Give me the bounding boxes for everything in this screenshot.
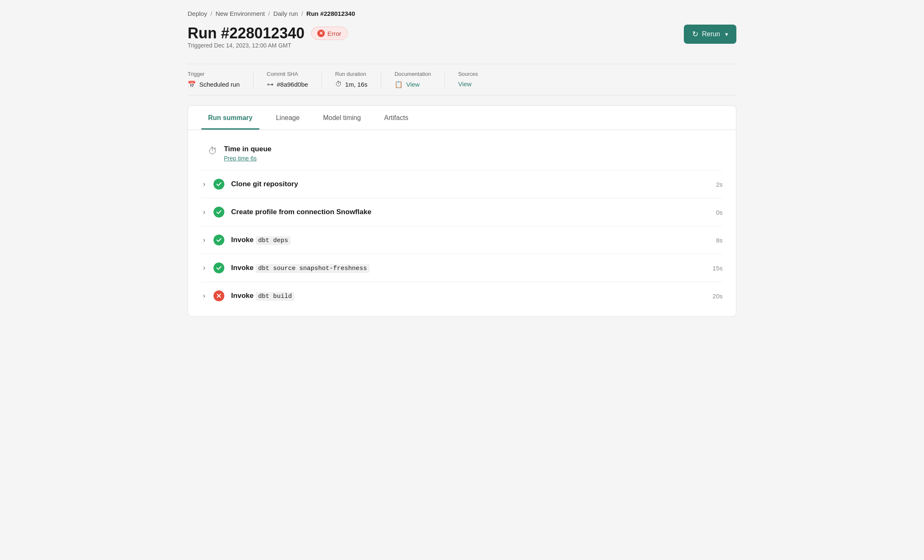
- tabs-bar: Run summary Lineage Model timing Artifac…: [188, 106, 736, 130]
- step-row: › Clone git repository 2s: [201, 170, 723, 198]
- breadcrumb-daily-run[interactable]: Daily run: [273, 10, 298, 17]
- duration-label: Run duration: [335, 71, 367, 77]
- docs-icon: 📋: [394, 80, 403, 88]
- meta-trigger: Trigger 📅 Scheduled run: [188, 71, 254, 88]
- tab-model-timing[interactable]: Model timing: [316, 106, 368, 130]
- step-row: › Invoke dbt source snapshot-freshness 1…: [201, 254, 723, 282]
- step-status-icon-1: [213, 179, 224, 190]
- queue-clock-icon: ⏱: [208, 146, 217, 157]
- step-chevron-3[interactable]: ›: [201, 235, 207, 245]
- meta-sources: Sources View: [458, 71, 492, 88]
- step-status-icon-5: [213, 290, 224, 301]
- breadcrumb: Deploy / New Environment / Daily run / R…: [188, 10, 736, 17]
- steps-list: › Clone git repository 2s › Create profi…: [201, 170, 723, 310]
- step-chevron-2[interactable]: ›: [201, 207, 207, 218]
- commit-value: #8a96d0be: [277, 81, 308, 88]
- commit-value-row: ⊶ #8a96d0be: [267, 80, 308, 88]
- queue-sub[interactable]: Prep time 6s: [224, 155, 271, 162]
- step-chevron-5[interactable]: ›: [201, 290, 207, 301]
- meta-commit: Commit SHA ⊶ #8a96d0be: [267, 71, 322, 88]
- rerun-button[interactable]: ↻ Rerun ▾: [684, 25, 736, 44]
- trigger-value: Scheduled run: [199, 81, 240, 88]
- step-label-2: Create profile from connection Snowflake: [231, 208, 699, 216]
- breadcrumb-run-id: Run #228012340: [306, 10, 355, 17]
- meta-duration: Run duration ⏱ 1m, 16s: [335, 71, 381, 88]
- step-label-1: Clone git repository: [231, 180, 699, 188]
- rerun-icon: ↻: [692, 30, 698, 39]
- step-row: › Invoke dbt deps 8s: [201, 226, 723, 254]
- page-title: Run #228012340: [188, 25, 304, 42]
- commit-label: Commit SHA: [267, 71, 308, 77]
- tab-lineage[interactable]: Lineage: [269, 106, 306, 130]
- page: Deploy / New Environment / Daily run / R…: [174, 0, 750, 560]
- step-status-icon-3: [213, 235, 224, 245]
- step-chevron-1[interactable]: ›: [201, 179, 207, 190]
- queue-info: Time in queue Prep time 6s: [224, 145, 271, 162]
- step-duration-4: 15s: [706, 265, 723, 272]
- step-duration-3: 8s: [706, 237, 723, 244]
- commit-icon: ⊶: [267, 80, 274, 88]
- tab-run-summary[interactable]: Run summary: [201, 106, 259, 130]
- rerun-label: Rerun: [702, 30, 720, 38]
- docs-value-row[interactable]: 📋 View: [394, 80, 431, 88]
- triggered-text: Triggered Dec 14, 2023, 12:00 AM GMT: [188, 42, 348, 49]
- run-steps: ⏱ Time in queue Prep time 6s › Clone git…: [188, 130, 736, 316]
- step-row: › Invoke dbt build 20s: [201, 282, 723, 310]
- duration-value-row: ⏱ 1m, 16s: [335, 80, 367, 88]
- sources-value-row[interactable]: View: [458, 80, 478, 88]
- meta-bar: Trigger 📅 Scheduled run Commit SHA ⊶ #8a…: [188, 64, 736, 95]
- step-row: › Create profile from connection Snowfla…: [201, 198, 723, 226]
- calendar-icon: 📅: [188, 80, 196, 88]
- sources-label: Sources: [458, 71, 478, 77]
- main-card: Run summary Lineage Model timing Artifac…: [188, 105, 736, 317]
- breadcrumb-sep-1: /: [211, 10, 212, 17]
- step-status-icon-2: [213, 207, 224, 218]
- chevron-down-icon: ▾: [725, 31, 728, 38]
- clock-icon: ⏱: [335, 80, 342, 88]
- title-section: Run #228012340 ✕ Error Triggered Dec 14,…: [188, 25, 348, 60]
- header-row: Run #228012340 ✕ Error Triggered Dec 14,…: [188, 25, 736, 60]
- step-duration-5: 20s: [706, 292, 723, 300]
- queue-section: ⏱ Time in queue Prep time 6s: [201, 137, 723, 170]
- duration-value: 1m, 16s: [345, 81, 367, 88]
- breadcrumb-deploy[interactable]: Deploy: [188, 10, 207, 17]
- error-icon: ✕: [317, 30, 325, 37]
- title-group: Run #228012340 ✕ Error: [188, 25, 348, 42]
- breadcrumb-sep-2: /: [268, 10, 270, 17]
- step-chevron-4[interactable]: ›: [201, 262, 207, 273]
- step-label-5: Invoke dbt build: [231, 292, 699, 300]
- status-label: Error: [327, 30, 341, 37]
- trigger-label: Trigger: [188, 71, 240, 77]
- breadcrumb-sep-3: /: [301, 10, 303, 17]
- step-label-4: Invoke dbt source snapshot-freshness: [231, 264, 699, 272]
- step-label-3: Invoke dbt deps: [231, 236, 699, 244]
- docs-label: Documentation: [394, 71, 431, 77]
- tab-artifacts[interactable]: Artifacts: [377, 106, 415, 130]
- trigger-value-row: 📅 Scheduled run: [188, 80, 240, 88]
- docs-link[interactable]: View: [406, 81, 419, 88]
- step-duration-2: 0s: [706, 209, 723, 216]
- queue-title: Time in queue: [224, 145, 271, 153]
- step-duration-1: 2s: [706, 181, 723, 188]
- status-badge: ✕ Error: [311, 27, 347, 40]
- meta-docs: Documentation 📋 View: [394, 71, 444, 88]
- step-status-icon-4: [213, 262, 224, 273]
- sources-link[interactable]: View: [458, 80, 472, 88]
- breadcrumb-new-environment[interactable]: New Environment: [216, 10, 265, 17]
